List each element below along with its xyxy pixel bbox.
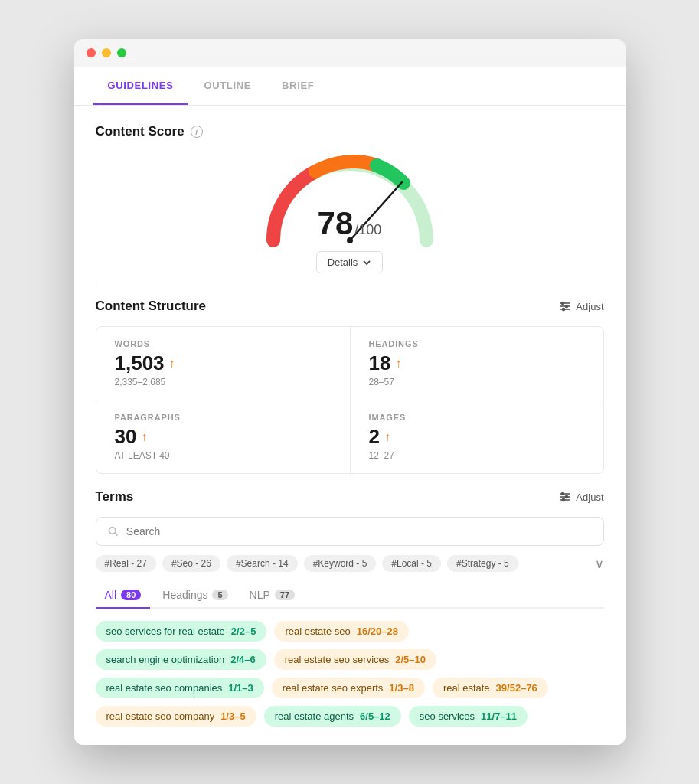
filter-tag-0[interactable]: #Real - 27 bbox=[96, 555, 156, 572]
main-content: Content Score i bbox=[74, 106, 626, 745]
content-structure-header: Content Structure Adjust bbox=[96, 299, 604, 314]
term-chip-0-1[interactable]: real estate seo 16/20–28 bbox=[274, 621, 409, 642]
adjust-button-structure[interactable]: Adjust bbox=[559, 300, 603, 312]
term-tab-all[interactable]: All 80 bbox=[96, 583, 151, 609]
terms-title: Terms bbox=[96, 489, 134, 505]
main-window: GUIDELINES OUTLINE BRIEF Content Score i bbox=[74, 39, 626, 745]
content-structure-section: Content Structure Adjust bbox=[96, 299, 604, 474]
svg-point-9 bbox=[562, 493, 564, 495]
content-score-section: Content Score i bbox=[96, 124, 604, 273]
svg-point-14 bbox=[109, 528, 116, 534]
svg-point-13 bbox=[563, 499, 565, 501]
tab-brief[interactable]: BRIEF bbox=[266, 67, 329, 105]
terms-row-1: search engine optimization 2/4–6 real es… bbox=[96, 649, 604, 670]
term-tab-headings[interactable]: Headings 5 bbox=[153, 583, 237, 609]
main-tabs: GUIDELINES OUTLINE BRIEF bbox=[74, 67, 626, 106]
images-arrow: ↑ bbox=[384, 430, 390, 444]
term-chip-1-1[interactable]: real estate seo services 2/5–10 bbox=[274, 649, 436, 670]
close-dot[interactable] bbox=[87, 48, 96, 57]
filter-tag-3[interactable]: #Keyword - 5 bbox=[304, 555, 377, 572]
gauge-svg: 78/100 bbox=[258, 149, 442, 248]
info-icon[interactable]: i bbox=[191, 126, 203, 138]
headings-value: 18 ↑ bbox=[369, 351, 585, 375]
term-chip-2-1[interactable]: real estate seo experts 1/3–8 bbox=[272, 678, 425, 698]
search-icon bbox=[107, 525, 119, 537]
filter-tags: #Real - 27 #Seo - 26 #Search - 14 #Keywo… bbox=[96, 555, 604, 572]
terms-row-3: real estate seo company 1/3–5 real estat… bbox=[96, 706, 604, 727]
stats-grid: WORDS 1,503 ↑ 2,335–2,685 HEADINGS 18 ↑ bbox=[96, 326, 604, 474]
search-input[interactable] bbox=[126, 525, 593, 537]
svg-point-11 bbox=[566, 496, 568, 498]
images-value: 2 ↑ bbox=[369, 425, 585, 449]
minimize-dot[interactable] bbox=[102, 48, 111, 57]
divider-1 bbox=[96, 286, 604, 286]
stats-row-1: WORDS 1,503 ↑ 2,335–2,685 HEADINGS 18 ↑ bbox=[96, 327, 603, 400]
svg-line-15 bbox=[115, 533, 117, 535]
content-structure-title: Content Structure bbox=[96, 299, 207, 314]
term-chip-2-2[interactable]: real estate 39/52–76 bbox=[433, 678, 548, 698]
adjust-icon bbox=[559, 300, 571, 312]
term-chip-0-0[interactable]: seo services for real estate 2/2–5 bbox=[96, 621, 267, 642]
paragraphs-value: 30 ↑ bbox=[115, 425, 332, 449]
term-chip-1-0[interactable]: search engine optimization 2/4–6 bbox=[96, 649, 266, 670]
stats-row-2: PARAGRAPHS 30 ↑ AT LEAST 40 IMAGES 2 ↑ bbox=[96, 400, 603, 473]
filter-tag-5[interactable]: #Strategy - 5 bbox=[447, 555, 518, 572]
tab-guidelines[interactable]: GUIDELINES bbox=[93, 67, 189, 105]
term-tabs: All 80 Headings 5 NLP 77 bbox=[96, 583, 604, 609]
titlebar bbox=[74, 39, 626, 67]
details-button[interactable]: Details bbox=[316, 251, 384, 273]
term-chip-3-1[interactable]: real estate agents 6/5–12 bbox=[264, 706, 401, 727]
headings-arrow: ↑ bbox=[395, 357, 401, 371]
adjust-terms-icon bbox=[559, 491, 571, 503]
tab-outline[interactable]: OUTLINE bbox=[188, 67, 266, 105]
term-chip-2-0[interactable]: real estate seo companies 1/1–3 bbox=[96, 678, 264, 698]
nlp-badge: 77 bbox=[275, 590, 295, 600]
stat-paragraphs: PARAGRAPHS 30 ↑ AT LEAST 40 bbox=[96, 400, 350, 473]
headings-badge: 5 bbox=[212, 590, 227, 600]
filter-tag-1[interactable]: #Seo - 26 bbox=[162, 555, 220, 572]
terms-row-0: seo services for real estate 2/2–5 real … bbox=[96, 621, 604, 642]
search-box[interactable] bbox=[96, 517, 604, 546]
term-chip-3-2[interactable]: seo services 11/7–11 bbox=[409, 706, 528, 727]
stat-images: IMAGES 2 ↑ 12–27 bbox=[350, 400, 603, 473]
terms-grid: seo services for real estate 2/2–5 real … bbox=[96, 621, 604, 727]
content-score-title: Content Score i bbox=[96, 124, 604, 139]
stat-headings: HEADINGS 18 ↑ 28–57 bbox=[350, 327, 603, 400]
paragraphs-arrow: ↑ bbox=[141, 430, 147, 444]
svg-point-7 bbox=[563, 309, 565, 311]
filter-tag-2[interactable]: #Search - 14 bbox=[227, 555, 298, 572]
gauge-container: 78/100 Details bbox=[96, 149, 604, 273]
svg-point-3 bbox=[562, 302, 564, 305]
words-value: 1,503 ↑ bbox=[115, 351, 332, 375]
adjust-button-terms[interactable]: Adjust bbox=[559, 491, 603, 503]
terms-row-2: real estate seo companies 1/1–3 real est… bbox=[96, 678, 604, 698]
filter-tag-4[interactable]: #Local - 5 bbox=[382, 555, 441, 572]
svg-point-5 bbox=[566, 305, 568, 308]
expand-dot[interactable] bbox=[117, 48, 126, 57]
all-badge: 80 bbox=[121, 590, 141, 600]
gauge-score: 78/100 bbox=[318, 205, 382, 242]
term-tab-nlp[interactable]: NLP 77 bbox=[240, 583, 304, 609]
terms-header: Terms Adjust bbox=[96, 489, 604, 505]
words-arrow: ↑ bbox=[169, 357, 175, 371]
stat-words: WORDS 1,503 ↑ 2,335–2,685 bbox=[96, 327, 350, 400]
chevron-down-icon bbox=[362, 258, 371, 267]
terms-section: Terms Adjust bbox=[96, 489, 604, 727]
filter-tags-expand[interactable]: ∨ bbox=[595, 557, 604, 571]
term-chip-3-0[interactable]: real estate seo company 1/3–5 bbox=[96, 706, 256, 727]
